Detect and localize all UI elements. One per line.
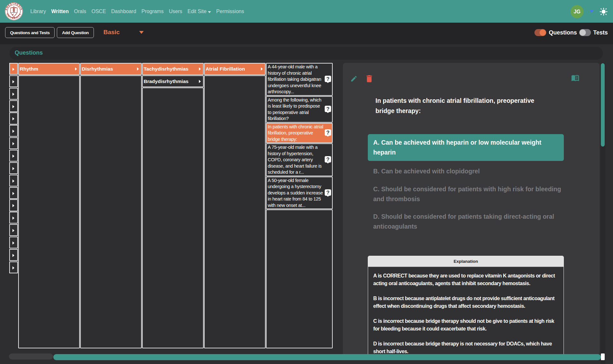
svg-text:?: ? xyxy=(326,76,329,82)
svg-text:?: ? xyxy=(326,189,329,195)
svg-text:?: ? xyxy=(326,130,329,135)
svg-text:?: ? xyxy=(326,156,329,162)
svg-text:?: ? xyxy=(326,106,329,112)
